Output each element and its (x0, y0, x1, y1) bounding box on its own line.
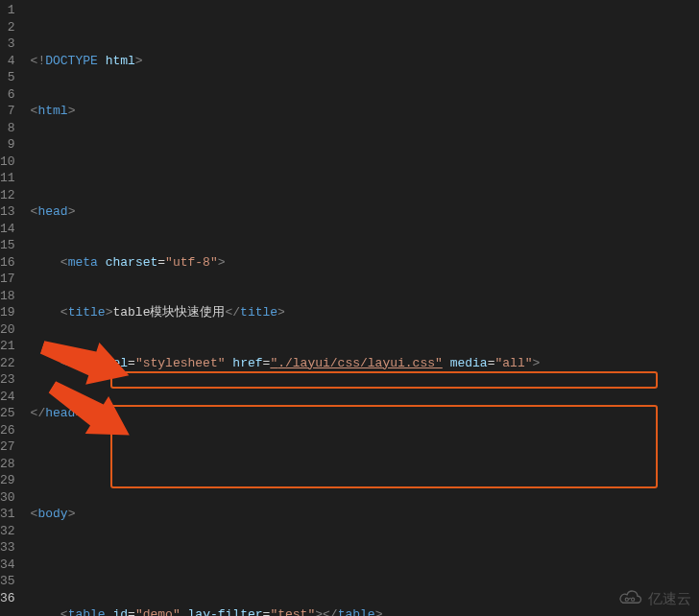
code-area: <!DOCTYPE html> <html> <head> <meta char… (23, 0, 699, 616)
watermark: 亿速云 (617, 589, 691, 608)
line-gutter: 1234567891011121314151617181920212223242… (0, 0, 23, 616)
cloud-icon (617, 589, 644, 608)
svg-point-2 (625, 598, 628, 601)
watermark-text: 亿速云 (648, 590, 691, 608)
code-editor: 1234567891011121314151617181920212223242… (0, 0, 699, 616)
svg-point-3 (631, 598, 634, 601)
